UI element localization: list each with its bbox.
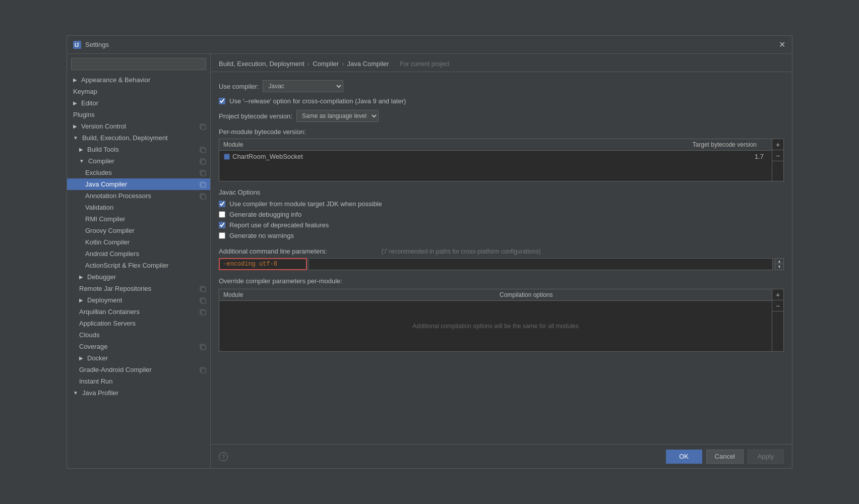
add-module-button[interactable]: + — [772, 139, 783, 150]
bytecode-header: Target bytecode version — [689, 139, 772, 150]
javac-checkbox-1[interactable] — [219, 211, 225, 218]
remove-override-button[interactable]: − — [772, 300, 783, 311]
javac-checkbox-2[interactable] — [219, 222, 225, 228]
svg-rect-7 — [201, 160, 206, 164]
override-module-header: Module — [219, 289, 496, 300]
sidebar-item-clouds[interactable]: Clouds — [67, 329, 210, 341]
copy-icon-java-compiler — [199, 181, 206, 188]
override-table-main: Module Compilation options Additional co… — [219, 289, 772, 351]
sidebar-item-build-execution[interactable]: ▼Build, Execution, Deployment — [67, 132, 210, 144]
override-table-body: Additional compilation options will be t… — [219, 301, 772, 351]
add-override-button[interactable]: + — [772, 289, 783, 300]
svg-rect-5 — [201, 148, 206, 153]
use-compiler-row: Use compiler: Javac Eclipse Ajc — [219, 80, 784, 92]
sidebar-item-kotlin-compiler[interactable]: Kotlin Compiler — [67, 236, 210, 248]
use-release-label: Use '--release' option for cross-compila… — [229, 97, 406, 105]
per-module-label: Per-module bytecode version: — [219, 128, 784, 136]
cmd-input[interactable] — [219, 258, 307, 270]
sidebar-item-debugger[interactable]: ▶Debugger — [67, 271, 210, 283]
cmd-scroll-up[interactable]: ▲ — [775, 258, 784, 264]
for-current-project: For current project — [400, 60, 450, 68]
close-button[interactable]: ✕ — [778, 41, 786, 49]
svg-rect-11 — [201, 183, 206, 187]
module-name: ChartRoom_WebSocket — [232, 153, 755, 160]
sidebar-item-appearance[interactable]: ▶Appearance & Behavior — [67, 74, 210, 86]
sidebar-item-rmi-compiler[interactable]: RMI Compiler — [67, 213, 210, 225]
per-module-side-buttons: + − — [772, 139, 783, 181]
cmd-hint: ('/' recommended in paths for cross-plat… — [382, 248, 541, 255]
main-content: Build, Execution, Deployment › Compiler … — [211, 54, 792, 468]
remove-module-button[interactable]: − — [772, 150, 783, 161]
override-table: Module Compilation options Additional co… — [219, 289, 784, 352]
override-side-buttons: + − — [772, 289, 783, 351]
copy-icon-deployment — [199, 297, 206, 304]
svg-rect-13 — [201, 195, 206, 199]
sidebar-item-android-compilers[interactable]: Android Compilers — [67, 248, 210, 260]
sidebar-item-actionscript[interactable]: ActionScript & Flex Compiler — [67, 260, 210, 271]
sidebar-item-plugins[interactable]: Plugins — [67, 109, 210, 120]
copy-icon-annotation — [199, 193, 206, 200]
per-module-table-main: Module Target bytecode version — [219, 139, 772, 181]
window-title: Settings — [85, 41, 778, 48]
cmd-scroll-down[interactable]: ▼ — [775, 264, 784, 270]
search-input[interactable] — [71, 58, 206, 70]
svg-rect-3 — [201, 125, 206, 130]
project-bytecode-row: Project bytecode version: Same as langua… — [219, 110, 784, 122]
help-button[interactable]: ? — [219, 452, 228, 461]
sidebar-item-editor[interactable]: ▶Editor — [67, 97, 210, 109]
apply-button[interactable]: Apply — [748, 450, 784, 464]
sidebar-item-java-compiler[interactable]: Java Compiler — [67, 178, 210, 190]
content-body: Use compiler: Javac Eclipse Ajc Use '--r… — [211, 72, 792, 444]
ok-button[interactable]: OK — [666, 450, 702, 464]
sidebar-item-keymap[interactable]: Keymap — [67, 86, 210, 97]
sidebar-item-groovy-compiler[interactable]: Groovy Compiler — [67, 225, 210, 236]
module-version: 1.7 — [755, 153, 768, 160]
override-table-wrapper: Module Compilation options Additional co… — [219, 289, 784, 352]
sidebar-item-build-tools[interactable]: ▶Build Tools — [67, 144, 210, 155]
sidebar-item-annotation-processors[interactable]: Annotation Processors — [67, 190, 210, 202]
javac-checkbox-3[interactable] — [219, 232, 225, 239]
sidebar-item-excludes[interactable]: Excludes — [67, 167, 210, 178]
cancel-button[interactable]: Cancel — [706, 450, 744, 464]
app-icon: IJ — [73, 41, 81, 49]
breadcrumb-part2: Compiler — [313, 60, 339, 68]
javac-option-label-1: Generate debugging info — [229, 211, 301, 218]
per-module-table-header: Module Target bytecode version — [219, 139, 772, 151]
breadcrumb: Build, Execution, Deployment › Compiler … — [211, 54, 792, 72]
javac-option-2: Report use of deprecated features — [219, 221, 784, 229]
sidebar-item-app-servers[interactable]: Application Servers — [67, 318, 210, 329]
use-release-checkbox[interactable] — [219, 98, 225, 104]
svg-rect-9 — [201, 171, 206, 176]
window-body: ▶Appearance & Behavior Keymap ▶Editor Pl… — [67, 54, 792, 468]
project-bytecode-select[interactable]: Same as language level — [296, 110, 379, 122]
sidebar-item-version-control[interactable]: ▶Version Control — [67, 120, 210, 132]
sidebar-item-java-profiler[interactable]: ▼Java Profiler — [67, 387, 210, 399]
sidebar-item-coverage[interactable]: Coverage — [67, 341, 210, 352]
javac-options-section: Javac Options Use compiler from module t… — [219, 188, 784, 239]
sidebar-item-remote-jar[interactable]: Remote Jar Repositories — [67, 283, 210, 294]
copy-icon-gradle-android — [199, 366, 206, 373]
table-row[interactable]: ChartRoom_WebSocket 1.7 — [219, 151, 772, 162]
sidebar-item-docker[interactable]: ▶Docker — [67, 352, 210, 364]
svg-rect-23 — [201, 368, 206, 373]
sidebar-item-gradle-android[interactable]: Gradle-Android Compiler — [67, 364, 210, 375]
sidebar-item-deployment[interactable]: ▶Deployment — [67, 294, 210, 306]
override-compilation-header: Compilation options — [496, 289, 772, 300]
override-table-header: Module Compilation options — [219, 289, 772, 301]
javac-options-label: Javac Options — [219, 188, 784, 196]
javac-option-label-3: Generate no warnings — [229, 232, 294, 239]
cmd-params-header: Additional command line parameters: ('/'… — [219, 247, 784, 255]
sidebar-item-instant-run[interactable]: Instant Run — [67, 375, 210, 387]
compiler-select[interactable]: Javac Eclipse Ajc — [263, 80, 343, 92]
copy-icon-excludes — [199, 169, 206, 176]
sidebar-item-arquillian[interactable]: Arquillian Containers — [67, 306, 210, 318]
copy-icon-remote-jar — [199, 285, 206, 292]
javac-option-label-2: Report use of deprecated features — [229, 221, 329, 229]
breadcrumb-sep2: › — [342, 60, 344, 68]
javac-checkbox-0[interactable] — [219, 201, 225, 207]
svg-rect-19 — [201, 310, 206, 315]
copy-icon-coverage — [199, 343, 206, 350]
sidebar-item-compiler[interactable]: ▼Compiler — [67, 155, 210, 167]
sidebar-item-validation[interactable]: Validation — [67, 202, 210, 213]
sidebar-search-container — [67, 54, 210, 74]
